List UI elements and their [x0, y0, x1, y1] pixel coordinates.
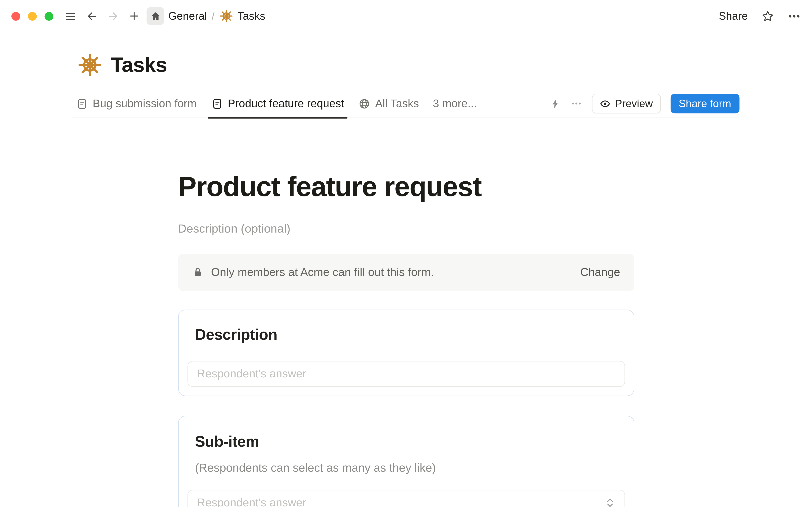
view-options-icon[interactable]	[571, 98, 582, 109]
breadcrumb: General / Tasks	[168, 9, 266, 23]
traffic-lights	[11, 12, 53, 20]
automations-lightning-icon[interactable]	[550, 98, 561, 109]
more-tabs-button[interactable]: 3 more...	[433, 97, 477, 110]
tab-label: Bug submission form	[93, 97, 197, 110]
lock-icon	[192, 266, 203, 278]
page-header: Tasks	[77, 53, 812, 77]
access-notice-text: Only members at Acme can fill out this f…	[211, 266, 434, 279]
tab-label: All Tasks	[375, 97, 419, 110]
more-options-icon[interactable]	[788, 9, 801, 22]
breadcrumb-page[interactable]: Tasks	[237, 10, 265, 22]
page-title: Tasks	[111, 53, 167, 76]
forward-arrow-icon	[107, 10, 119, 22]
preview-label: Preview	[615, 97, 653, 110]
form-title[interactable]: Product feature request	[178, 172, 634, 201]
app-window: General / Tasks Share	[0, 0, 812, 507]
tab-bug-submission-form[interactable]: Bug submission form	[72, 90, 200, 118]
ship-wheel-icon[interactable]	[77, 53, 102, 77]
form-builder-content: Product feature request Description (opt…	[178, 172, 634, 507]
breadcrumb-section[interactable]: General	[168, 10, 207, 22]
respondent-answer-select[interactable]	[187, 490, 625, 507]
field-label[interactable]: Sub-item	[195, 433, 625, 450]
tab-product-feature-request[interactable]: Product feature request	[208, 90, 348, 118]
form-doc-icon	[211, 98, 223, 110]
share-button[interactable]: Share	[719, 10, 748, 22]
breadcrumb-separator: /	[212, 10, 215, 22]
preview-button[interactable]: Preview	[592, 94, 660, 113]
change-access-button[interactable]: Change	[580, 266, 620, 279]
home-icon	[150, 11, 161, 21]
respondent-answer-input[interactable]	[187, 361, 625, 387]
back-arrow-icon	[85, 10, 98, 22]
home-button[interactable]	[147, 7, 164, 25]
ship-wheel-icon	[219, 9, 233, 23]
form-doc-icon	[76, 98, 88, 110]
hamburger-icon	[64, 10, 76, 22]
back-button[interactable]	[83, 7, 101, 25]
favorite-star-icon[interactable]	[761, 9, 774, 22]
share-form-button[interactable]: Share form	[670, 94, 740, 113]
sidebar-menu-button[interactable]	[62, 7, 79, 25]
new-page-button[interactable]	[125, 7, 143, 25]
share-form-label: Share form	[679, 97, 731, 110]
forward-button[interactable]	[104, 7, 122, 25]
close-window-button[interactable]	[11, 12, 20, 20]
tab-label: Product feature request	[228, 97, 344, 110]
view-tab-strip: Bug submission form Product feature requ…	[72, 90, 740, 118]
minimize-window-button[interactable]	[28, 12, 37, 20]
form-description-placeholder[interactable]: Description (optional)	[178, 221, 634, 235]
globe-icon	[359, 98, 370, 110]
zoom-window-button[interactable]	[45, 12, 54, 20]
titlebar: General / Tasks Share	[0, 0, 812, 32]
field-hint: (Respondents can select as many as they …	[195, 461, 625, 475]
plus-icon	[128, 10, 140, 22]
form-field-card-description: Description	[178, 309, 634, 396]
form-field-card-sub-item: Sub-item (Respondents can select as many…	[178, 416, 634, 507]
eye-icon	[599, 98, 610, 109]
field-label[interactable]: Description	[195, 326, 625, 343]
access-notice-banner: Only members at Acme can fill out this f…	[178, 253, 634, 291]
tab-all-tasks[interactable]: All Tasks	[355, 90, 422, 118]
